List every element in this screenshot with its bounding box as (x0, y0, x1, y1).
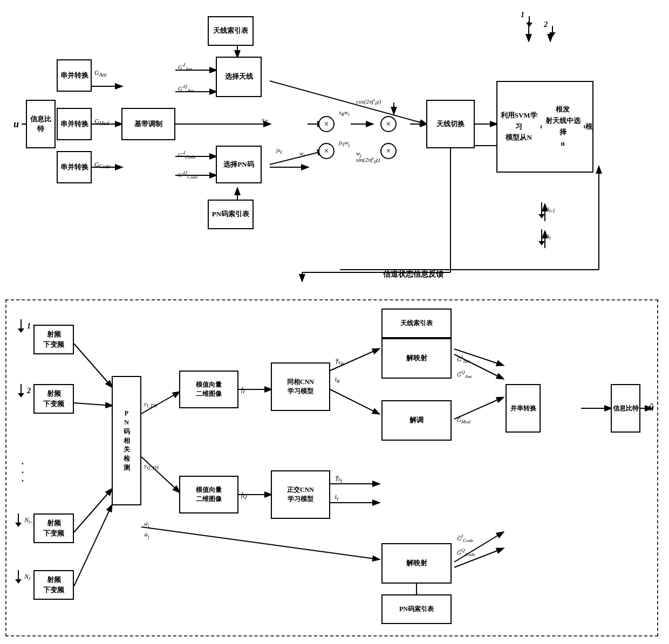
ant1-label: 1 (521, 11, 524, 19)
antenna-index-box: 天线索引表 (208, 16, 254, 46)
u-hat-label: û (648, 402, 654, 413)
rf2-box: 射频下变频 (33, 384, 74, 414)
svg-line-46 (330, 389, 379, 414)
nt1-label: nt-1 (546, 205, 555, 214)
xinxi-beibi-box: 信息比特 (26, 100, 56, 148)
pn-index-box: PN码索引表 (208, 200, 254, 229)
multiply-circle-2: × (380, 116, 397, 132)
g-code-q-label: G'QCode (178, 170, 197, 180)
nt1-arrow (538, 202, 545, 218)
cnn-Q-box: 正交CNN学习模型 (271, 470, 330, 519)
fi-label: fI (241, 386, 245, 394)
svg-marker-60 (18, 328, 24, 333)
baseband-box: 基带调制 (121, 108, 175, 140)
sp3-box: 串并转换 (57, 151, 92, 183)
g-code-i-label: G'ICode (178, 150, 196, 160)
svg-line-52 (454, 398, 503, 419)
svg-marker-66 (15, 579, 22, 584)
g-code-label: GCode (94, 161, 111, 169)
diagram-container: u 信息比特 串并转换 串并转换 串并转换 GAnt GMod GCode 天线… (0, 0, 669, 644)
g-ant-label: GAnt (94, 69, 107, 78)
svg-line-55 (141, 527, 379, 559)
multiply-circle-3: × (318, 143, 334, 159)
svg-marker-62 (18, 393, 24, 398)
rfNr1-box: 射频下变频 (33, 513, 74, 543)
mag-I-box: 模值向量二维图像 (179, 371, 238, 408)
pn-detect-box: PN码相关检测 (112, 376, 141, 505)
svg-marker-27 (526, 23, 533, 27)
sin-label: sin(2πf'0t) (356, 156, 380, 165)
g-ant-q-out-label: ĜQAnt (457, 369, 472, 379)
nt-arrow (538, 229, 545, 245)
top-diagram: u 信息比特 串并转换 串并转换 串并转换 GAnt GMod GCode 天线… (5, 5, 664, 286)
sp2-box: 串并转换 (57, 108, 92, 140)
svg-marker-31 (538, 214, 545, 218)
mag-Q-box: 模值向量二维图像 (179, 476, 238, 513)
dots1: ··· (22, 460, 24, 485)
antenna-switch-box: 天线切换 (426, 100, 475, 148)
g-ant-i-label: G'IAnt (178, 62, 192, 72)
rfNr-box: 射频下变频 (33, 570, 74, 600)
g-ant-i-out-label: ĜIAnt (457, 354, 470, 364)
xinxi-bit-bottom-box: 信息比特 (611, 384, 640, 433)
wi-label: wi (299, 150, 305, 158)
nt-label: nt (546, 232, 551, 241)
ant1-bottom-label: 1 (27, 322, 31, 331)
bottom-arrows (6, 300, 657, 635)
sr-label: sR (262, 116, 268, 125)
svg-marker-64 (15, 523, 22, 527)
demod-box: 解调 (381, 400, 452, 441)
sp1-box: 串并转换 (57, 59, 92, 92)
select-pn-box: 选择PN码 (216, 146, 262, 183)
ant-index-bottom-box: 天线索引表 (381, 309, 452, 338)
jsi-label: jsI (276, 147, 282, 155)
ant2-arrow (549, 26, 556, 37)
multiply-circle-4: × (380, 143, 397, 159)
ant2-label: 2 (544, 20, 548, 29)
g-mod-hat-label: ĜMod (457, 416, 470, 424)
svm-box: 利用SVM学习模型从Nt根发射天线中选择nt根 (496, 81, 593, 173)
svg-line-10 (270, 81, 426, 124)
svg-line-40 (74, 505, 112, 586)
wi-hat-label: ŵi (144, 520, 149, 529)
pn-index-bottom-box: PN码索引表 (381, 594, 452, 624)
ant1-arrow (526, 16, 533, 27)
yqds-label: yQ_DS (144, 462, 159, 470)
g-ant-q-label: G'QAnt (178, 84, 194, 93)
bottom-diagram: 1 2 ··· Nr-1 Nr 射频下变频 射频下变频 射频下变频 射频下变频 … (5, 299, 658, 636)
jsiwj-label: jsIwj (339, 139, 350, 147)
fq-label: fQ (241, 491, 247, 499)
svg-marker-29 (549, 32, 556, 37)
wj-hat-label: ŵj (144, 531, 149, 539)
g-mod-label: GMod (94, 118, 109, 126)
ant2-bottom-label: 2 (27, 387, 31, 395)
input-u-label: u (13, 119, 19, 130)
demapping1-box: 解映射 (381, 338, 452, 379)
rf1-box: 射频下变频 (33, 325, 74, 354)
parallel-serial-box: 并串转换 (506, 384, 541, 433)
demapping2-box: 解映射 (381, 543, 452, 584)
svg-line-37 (74, 344, 112, 387)
svg-line-39 (74, 489, 112, 532)
yids-label: yI_DS (144, 400, 157, 408)
ant-nr-label: Nr (24, 573, 31, 581)
g-code-i-out-label: ĜICode (457, 533, 473, 543)
ant-nr-bottom (15, 570, 23, 586)
tsi-label: T̂sI (334, 476, 342, 484)
cnn-I-box: 同相CNN学习模型 (271, 362, 330, 411)
srwi-label: sRwi (339, 109, 350, 117)
si-hat-label: ŝI (334, 494, 338, 502)
multiply-circle-1: × (318, 116, 334, 132)
tsr-label: T̂sR (334, 359, 344, 367)
ant1-bottom (17, 319, 25, 335)
svg-line-38 (74, 403, 112, 406)
select-antenna-box: 选择天线 (216, 57, 262, 97)
sr-hat-label: ŝR (334, 376, 340, 384)
g-code-q-out-label: ĜQCode (457, 547, 475, 557)
feedback-label: 信道状态信息反馈 (383, 270, 443, 279)
cos-label: cos(2πf'0t) (356, 98, 381, 106)
ant2-bottom (17, 384, 25, 400)
svg-marker-33 (538, 241, 545, 245)
ant-nr1-bottom (15, 513, 23, 529)
